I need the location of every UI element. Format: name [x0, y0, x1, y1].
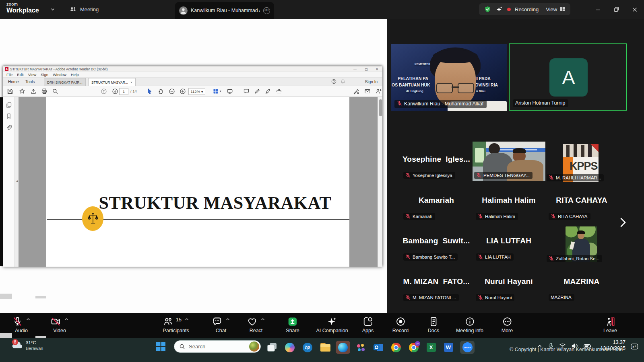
share-person-icon[interactable] [375, 88, 382, 96]
taskbar-app-edge[interactable] [336, 341, 350, 354]
taskbar-app-copilot[interactable] [283, 341, 297, 354]
select-tool-icon[interactable] [146, 88, 153, 96]
participant-tile[interactable]: KamariahKamariah [400, 196, 473, 233]
attachments-icon[interactable] [6, 124, 12, 132]
meeting-info-button[interactable]: Meeting info [456, 315, 483, 333]
tab-options-icon[interactable]: ••• [263, 7, 270, 14]
video-menu-chevron-icon[interactable] [64, 317, 69, 322]
search-highlight-image[interactable] [249, 341, 259, 352]
menu-view[interactable]: View [28, 72, 36, 77]
taskbar-app-people[interactable] [353, 341, 368, 354]
participants-button[interactable]: 15Participants [163, 315, 189, 333]
chat-menu-chevron-icon[interactable] [225, 317, 230, 322]
save-icon[interactable] [7, 88, 13, 96]
sign-icon[interactable] [265, 88, 271, 96]
leave-button[interactable]: Leave [603, 315, 617, 333]
notifications-bell-icon[interactable] [341, 79, 345, 84]
participant-tile[interactable]: MAZRINAMAZRINA [545, 277, 618, 314]
tab-active-meeting[interactable]: Kanwilkum Riau - Muhammad All ••• [175, 2, 274, 19]
close-button[interactable] [625, 0, 644, 19]
comment-icon[interactable] [243, 88, 250, 96]
taskbar-app-zoom[interactable]: zoom [460, 341, 475, 354]
highlight-icon[interactable] [254, 88, 260, 96]
notification-center-icon[interactable]: zz [631, 343, 638, 352]
video-button[interactable]: Video [50, 315, 69, 333]
taskbar-search[interactable]: Search [174, 340, 261, 353]
react-button[interactable]: React [247, 315, 265, 333]
docs-button[interactable]: Docs [428, 315, 439, 333]
page-view-caret-icon[interactable]: ▾ [220, 90, 221, 93]
send-email-icon[interactable] [364, 88, 371, 96]
ai-sparkle-icon[interactable] [495, 6, 503, 13]
fit-width-icon[interactable] [227, 88, 233, 96]
hand-tool-icon[interactable] [157, 88, 164, 96]
acrobat-close-button[interactable]: ✕ [376, 66, 378, 72]
acrobat-tab-tools[interactable]: Tools [25, 78, 35, 86]
participant-tile[interactable]: Yosephine Igles...Yosephine Iglessya [400, 155, 473, 192]
favorite-star-icon[interactable] [19, 88, 25, 96]
page-thumbnails-icon[interactable] [6, 102, 12, 110]
find-icon[interactable] [52, 88, 58, 96]
maximize-button[interactable] [607, 0, 625, 19]
doc-tab-close-icon[interactable]: × [130, 80, 132, 84]
acrobat-tab-home[interactable]: Home [8, 78, 19, 86]
participant-tile[interactable]: Nurul HayaniNurul Hayani [473, 277, 545, 314]
apps-button[interactable]: Apps [362, 315, 374, 333]
stamp-icon[interactable] [276, 88, 282, 96]
menu-edit[interactable]: Edit [17, 72, 23, 77]
sidebar-collapse-arrow[interactable]: ◄ [15, 179, 19, 183]
participant-tile[interactable]: Halimah HalimHalimah Halim [473, 196, 545, 233]
audio-menu-chevron-icon[interactable] [26, 317, 31, 322]
menu-help[interactable]: Help [71, 72, 79, 77]
taskbar-app-excel[interactable]: X [424, 341, 438, 354]
page-view-icon[interactable] [213, 88, 219, 96]
zoom-in-icon[interactable] [180, 88, 186, 96]
start-button[interactable] [156, 342, 165, 353]
previous-page-icon[interactable] [101, 88, 107, 96]
react-menu-chevron-icon[interactable] [260, 317, 265, 322]
fill-sign-icon[interactable] [353, 88, 359, 96]
video-tile-active-speaker[interactable]: A Ariston Hotman Turnip [509, 43, 627, 111]
page-number-input[interactable]: 1 [119, 88, 128, 95]
participant-tile[interactable]: Bambang Suwit...Bambang Suwito T... [400, 237, 473, 274]
next-page-chevron[interactable] [619, 216, 627, 230]
share-button[interactable]: Share [286, 315, 299, 333]
view-button[interactable]: View [546, 6, 566, 12]
audio-button[interactable]: Audio [12, 315, 31, 333]
acrobat-doc-tab-1[interactable]: DRH SINGKAT FAJR... [44, 78, 86, 86]
record-button[interactable]: Record [392, 315, 409, 333]
minimize-button[interactable] [588, 0, 607, 19]
video-tile-presenter[interactable]: KEMENTER PELATIHAN PA G II PADA OS BANTU… [391, 44, 507, 111]
menu-file[interactable]: File [6, 72, 12, 77]
taskbar-app-hp[interactable]: hp [300, 341, 315, 354]
pdf-scrollbar[interactable] [378, 97, 382, 267]
taskbar-app-outlook[interactable] [371, 341, 386, 354]
chat-button[interactable]: Chat [212, 315, 230, 333]
participant-video-tile[interactable]: PEMDES TENGGAY... [473, 142, 545, 181]
participants-menu-chevron-icon[interactable] [184, 317, 189, 322]
taskbar-app-chrome[interactable] [389, 341, 403, 354]
acrobat-maximize-button[interactable]: ▢ [365, 66, 368, 72]
zoom-out-icon[interactable] [169, 88, 175, 96]
acrobat-doc-tab-2[interactable]: STRUKTUR MASYAR...× [88, 78, 136, 86]
workspace-chevron-icon[interactable] [50, 6, 56, 12]
taskbar-app-file-explorer[interactable] [318, 341, 332, 354]
ai-companion-button[interactable]: AI Companion [316, 315, 348, 333]
help-icon[interactable] [331, 79, 336, 84]
share-upload-icon[interactable] [30, 88, 37, 96]
taskbar-app-chrome-profile[interactable]: P [407, 341, 421, 354]
bookmarks-icon[interactable] [6, 113, 12, 121]
participant-tile[interactable]: LIA LUTFAHLIA LUTFAH [473, 237, 545, 274]
acrobat-minimize-button[interactable]: — [353, 66, 357, 72]
taskbar-app-word[interactable]: W [441, 341, 456, 354]
print-icon[interactable] [41, 88, 47, 96]
more-button[interactable]: More [502, 315, 513, 333]
security-shield-icon[interactable] [484, 6, 491, 13]
menu-sign[interactable]: Sign [41, 72, 48, 77]
menu-window[interactable]: Window [53, 72, 66, 77]
zoom-level-select[interactable]: 112% ▾ [188, 88, 205, 95]
weather-widget[interactable]: 8 31°C Berawan [11, 340, 43, 351]
sign-in-button[interactable]: Sign In [365, 78, 378, 86]
taskbar-app-task-view[interactable] [265, 341, 279, 354]
next-page-icon[interactable] [112, 88, 118, 96]
